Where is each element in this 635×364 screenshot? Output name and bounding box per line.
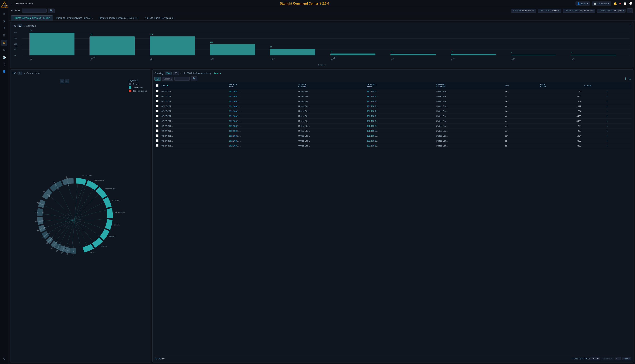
bar-icmp[interactable]: 16icmp <box>390 54 436 56</box>
row-dest-host-10[interactable]: 192.168.1.... <box>365 138 435 143</box>
bar-tcp8003[interactable]: 17tcp8003 <box>330 54 376 56</box>
row-checkbox-9[interactable] <box>154 134 160 138</box>
search-input[interactable] <box>22 8 47 13</box>
search-go-button[interactable]: 🔍 <box>191 76 197 81</box>
row-source-host-0[interactable]: 192.168.1.... <box>228 89 297 94</box>
top-sort-icon[interactable]: ▾ <box>24 25 25 27</box>
columns-button[interactable]: ⊞ <box>628 76 631 81</box>
row-dest-host-9[interactable]: 192.168.2.... <box>365 134 435 138</box>
search-field-input[interactable]: TIME <box>174 77 190 81</box>
bar-HTTPS[interactable]: 178HTTPS <box>90 36 135 56</box>
bar-ssl[interactable]: 214ssl <box>30 33 75 56</box>
tenant-menu[interactable]: 🏢 All Tenants ▾ <box>592 2 611 6</box>
bar-tcp22[interactable]: 61tcp22 <box>270 49 315 56</box>
sensor-filter[interactable]: SENSOR: All Sensors ▾ <box>511 9 536 13</box>
row-source-host-1[interactable]: 192.168.1.... <box>228 94 297 99</box>
row-action-10[interactable]: ℹ <box>582 138 631 143</box>
row-source-host-9[interactable]: 192.168.1.... <box>228 134 297 138</box>
sidebar-icon-list[interactable]: ☰ <box>1 32 8 38</box>
row-dest-host-2[interactable]: 192.168.2.... <box>365 99 435 104</box>
tab-public-private[interactable]: Public-to-Private Services ( 32,559 ) <box>53 15 95 20</box>
dest-arc-1[interactable] <box>86 180 98 190</box>
select-all-checkbox[interactable] <box>156 84 158 87</box>
zoom-out-button[interactable]: − <box>65 79 69 83</box>
row-action-2[interactable]: ℹ <box>582 99 631 104</box>
row-source-host-7[interactable]: 192.168.1.... <box>228 124 297 128</box>
row-checkbox-0[interactable] <box>154 89 160 94</box>
dest-arc-5[interactable] <box>105 219 113 230</box>
col-bytes[interactable]: TOTALBYTES <box>538 82 583 89</box>
sidebar-icon-user[interactable]: 👤 <box>1 68 8 74</box>
row-source-host-6[interactable]: 192.168.1.... <box>228 118 297 124</box>
bell-icon[interactable]: 🔔 <box>613 2 617 5</box>
more-button[interactable]: ··· <box>627 8 633 13</box>
bar-snmp[interactable]: 14snmp <box>451 54 496 56</box>
row-dest-host-0[interactable]: 192.168.2.... <box>365 89 435 94</box>
sidebar-icon-view[interactable]: 👁 <box>1 47 8 53</box>
bar-dhcp[interactable]: 106dhcp <box>210 44 255 56</box>
row-action-3[interactable]: ℹ <box>582 104 631 109</box>
row-dest-host-5[interactable]: 192.168.1.... <box>365 114 435 118</box>
row-action-6[interactable]: ℹ <box>582 118 631 124</box>
search-by-input[interactable] <box>162 77 173 81</box>
row-dest-host-7[interactable]: 192.168.2.... <box>365 124 435 128</box>
col-time[interactable]: TIME ▼ <box>160 82 228 89</box>
tab-private-private[interactable]: Private-to-Private Services ( 1,686 ) <box>11 15 53 20</box>
chart-sort-button[interactable]: ⇅ <box>629 24 631 27</box>
bar-smb[interactable]: 7smb <box>571 55 616 56</box>
page-number-input[interactable] <box>615 357 621 360</box>
row-source-host-2[interactable]: 192.168.1.... <box>228 99 297 104</box>
col-source-country[interactable]: SOURCECOUNTRY <box>297 82 365 89</box>
tab-private-public[interactable]: Private-to-Public Services ( 5,373,941 ) <box>96 15 141 20</box>
row-checkbox-6[interactable] <box>154 118 160 124</box>
row-action-7[interactable]: ℹ <box>582 124 631 128</box>
row-checkbox-5[interactable] <box>154 114 160 118</box>
dest-arc-3[interactable] <box>103 197 112 208</box>
zoom-in-button[interactable]: + <box>60 79 64 83</box>
dest-arc-8[interactable] <box>83 244 94 252</box>
row-action-8[interactable]: ℹ <box>582 128 631 134</box>
heart-icon[interactable]: ♥ <box>619 2 621 5</box>
row-source-host-8[interactable]: 192.168.1.... <box>228 128 297 134</box>
dest-arc-4[interactable] <box>106 208 113 218</box>
tab-public-public[interactable]: Public-to-Public Services ( 0 ) <box>142 15 177 20</box>
row-dest-host-8[interactable]: 192.168.2.... <box>365 128 435 134</box>
row-dest-host-11[interactable]: 192.168.1.... <box>365 143 435 148</box>
col-dest-country[interactable]: DESTINA...COUNTRY <box>435 82 503 89</box>
top-sort-button[interactable]: Top <box>165 72 171 75</box>
row-source-host-4[interactable]: 192.168.1.... <box>228 109 297 114</box>
row-dest-host-6[interactable]: 192.168.1.... <box>365 118 435 124</box>
row-source-host-3[interactable]: 192.168.1.... <box>228 104 297 109</box>
search-button[interactable]: 🔍 <box>48 8 55 13</box>
row-action-11[interactable]: ℹ <box>582 143 631 148</box>
sidebar-icon-alert[interactable]: ⚑ <box>1 25 8 31</box>
ui-button[interactable]: UI <box>154 77 161 81</box>
sidebar-icon-network[interactable]: ⬡ <box>1 61 8 67</box>
col-source-host[interactable]: SOURCEHOST <box>228 82 297 89</box>
dest-arc-6[interactable] <box>100 229 109 240</box>
row-checkbox-11[interactable] <box>154 143 160 148</box>
row-dest-host-4[interactable]: 192.168.2.... <box>365 109 435 114</box>
sidebar-icon-settings[interactable]: ⚙ <box>1 356 8 362</box>
back-button[interactable]: ← <box>11 2 14 5</box>
sidebar-icon-history[interactable]: ⟳ <box>1 11 8 17</box>
sidebar-icon-eye[interactable]: ◉ <box>1 18 8 24</box>
event-status-filter[interactable]: EVENT STATUS: All Open ▾ <box>597 9 625 13</box>
row-action-1[interactable]: ℹ <box>582 94 631 99</box>
row-checkbox-7[interactable] <box>154 124 160 128</box>
profile-icon[interactable]: 📋 <box>623 2 627 5</box>
user-menu[interactable]: 👤 admin ▾ <box>575 2 590 6</box>
row-dest-host-3[interactable]: 192.168.1.... <box>365 104 435 109</box>
row-action-4[interactable]: ℹ <box>582 109 631 114</box>
items-per-page-select[interactable]: 20 50 100 <box>590 357 599 360</box>
row-source-host-10[interactable]: 192.168.1.... <box>228 138 297 143</box>
time-type-filter[interactable]: TIME TYPE: relative ▾ <box>538 9 561 13</box>
sidebar-icon-broadcast[interactable]: 📡 <box>1 54 8 60</box>
next-page-button[interactable]: Next » <box>622 357 631 360</box>
row-source-host-11[interactable]: 192.168.1.... <box>228 143 297 148</box>
row-checkbox-8[interactable] <box>154 128 160 134</box>
dest-arc-0[interactable] <box>76 178 87 185</box>
row-source-host-5[interactable]: 192.168.1.... <box>228 114 297 118</box>
row-checkbox-1[interactable] <box>154 94 160 99</box>
row-action-9[interactable]: ℹ <box>582 134 631 138</box>
